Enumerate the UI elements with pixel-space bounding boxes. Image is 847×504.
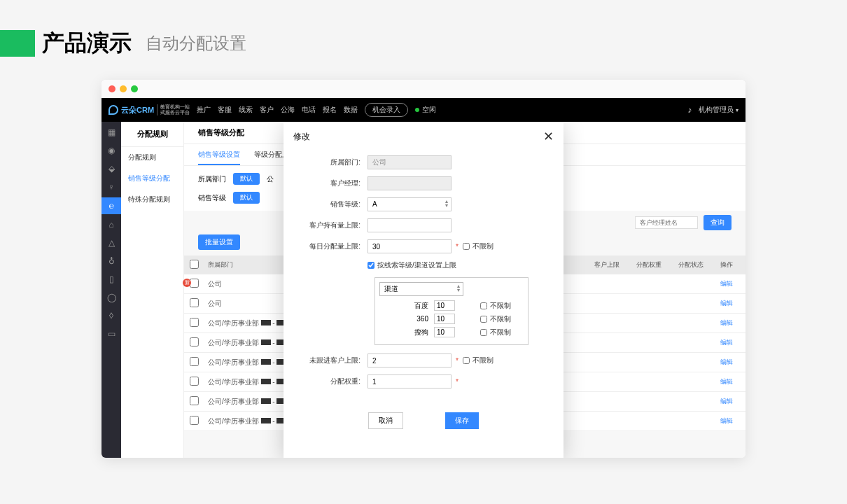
daily-nolimit[interactable]: 不限制 (463, 241, 493, 251)
nav-signup[interactable]: 报名 (323, 105, 337, 115)
save-button[interactable]: 保存 (445, 412, 479, 429)
channel-type-select[interactable]: 渠道▴▾ (379, 282, 463, 296)
content-title: 销售等级分配 (198, 127, 244, 144)
sidebar: 分配规则 分配规则 销售等级分配 特殊分配规则 (121, 122, 184, 458)
shield-icon[interactable]: ◉ (106, 146, 116, 155)
nav-promo[interactable]: 推广 (197, 105, 211, 115)
filter-level-pill[interactable]: 默认 (233, 192, 260, 204)
row-checkbox[interactable] (190, 357, 199, 366)
col-limit: 客户上限 (592, 255, 634, 274)
row-checkbox[interactable] (190, 337, 199, 346)
batch-button[interactable]: 批量设置 (198, 234, 240, 250)
subtab-level-setting[interactable]: 销售等级设置 (198, 150, 240, 165)
call-icon[interactable]: ◯ (106, 293, 116, 302)
user-menu[interactable]: 机构管理员 ▾ (699, 105, 738, 115)
cancel-button[interactable]: 取消 (368, 412, 403, 429)
icon-sidebar: ▦ ◉ ⬙ ♀ ℮ ⌂ △ ♁ ▯ ◯ ◊ ▭ (102, 122, 121, 458)
logo[interactable]: 云朵CRM 教育机构一站式服务云平台 (108, 104, 190, 115)
col-status: 分配状态 (676, 255, 718, 274)
dept-label: 所属部门: (304, 158, 368, 167)
edit-link[interactable]: 编辑 (720, 417, 733, 424)
daily-input[interactable] (368, 239, 451, 253)
hold-input[interactable] (368, 218, 451, 232)
settings-icon[interactable]: ℮ (102, 197, 121, 214)
edit-link[interactable]: 编辑 (720, 280, 733, 287)
channel-row: 360 不限制 (379, 314, 524, 324)
row-checkbox[interactable] (190, 298, 199, 307)
page-title: 产品演示 (42, 28, 132, 59)
row-checkbox[interactable] (190, 416, 199, 425)
tag-icon[interactable]: ◊ (106, 311, 116, 321)
unfollow-nolimit[interactable]: 不限制 (463, 356, 493, 365)
opportunity-entry-button[interactable]: 机会录入 (365, 103, 408, 117)
people-icon[interactable]: ♁ (106, 256, 116, 266)
notification-badge[interactable]: 新 (183, 279, 191, 287)
status-indicator[interactable]: 空闲 (415, 105, 436, 115)
page-subtitle: 自动分配设置 (146, 32, 246, 55)
channel-row: 搜狗 不限制 (379, 327, 524, 337)
edit-link[interactable]: 编辑 (720, 378, 733, 385)
doc-icon[interactable]: ▯ (106, 274, 116, 284)
channel-nolimit[interactable]: 不限制 (480, 301, 511, 311)
nav-pool[interactable]: 公海 (281, 105, 295, 115)
window-titlebar (102, 80, 746, 98)
chart-icon[interactable]: ⬙ (106, 164, 116, 174)
unfollow-input[interactable] (368, 354, 451, 368)
edit-link[interactable]: 编辑 (720, 300, 733, 307)
daily-label: 每日分配量上限: (304, 241, 368, 251)
channel-value-input[interactable] (434, 327, 455, 337)
channel-value-input[interactable] (434, 314, 455, 324)
main-area: ▦ ◉ ⬙ ♀ ℮ ⌂ △ ♁ ▯ ◯ ◊ ▭ 分配规则 分配规则 销售等级分配… (102, 122, 746, 458)
bell-icon[interactable]: ♪ (687, 105, 692, 115)
nav-leads[interactable]: 线索 (239, 105, 253, 115)
select-all-checkbox[interactable] (190, 260, 199, 269)
channel-name: 百度 (400, 301, 428, 311)
row-checkbox[interactable] (190, 377, 199, 386)
weight-input[interactable] (368, 374, 451, 388)
logo-icon (108, 105, 118, 115)
col-action: 操作 (718, 255, 746, 274)
close-icon[interactable]: ✕ (543, 129, 554, 144)
level-select[interactable]: A▴▾ (368, 197, 451, 211)
dashboard-icon[interactable]: ▦ (106, 127, 116, 137)
nav-data[interactable]: 数据 (344, 105, 358, 115)
page-header: 产品演示 自动分配设置 (0, 0, 847, 80)
sidebar-item-special[interactable]: 特殊分配规则 (121, 189, 183, 210)
maximize-dot[interactable] (131, 85, 138, 92)
channel-value-input[interactable] (434, 300, 455, 311)
topbar: 云朵CRM 教育机构一站式服务云平台 推广 客服 线索 客户 公海 电话 报名 … (102, 98, 746, 122)
edit-link[interactable]: 编辑 (720, 398, 733, 405)
channel-nolimit[interactable]: 不限制 (480, 328, 511, 337)
logo-text: 云朵CRM (121, 105, 154, 115)
row-checkbox[interactable] (190, 396, 199, 405)
nav-service[interactable]: 客服 (218, 105, 232, 115)
by-channel-checkbox[interactable]: 按线索等级/渠道设置上限 (368, 260, 456, 270)
user-icon[interactable]: ♀ (106, 182, 116, 192)
edit-link[interactable]: 编辑 (720, 339, 733, 346)
channel-nolimit[interactable]: 不限制 (480, 314, 511, 324)
nav-customer[interactable]: 客户 (260, 105, 274, 115)
sidebar-item-rules[interactable]: 分配规则 (121, 147, 183, 168)
search-input[interactable] (635, 216, 698, 229)
minimize-dot[interactable] (120, 85, 127, 92)
home-icon[interactable]: ⌂ (106, 220, 116, 230)
nav-phone[interactable]: 电话 (302, 105, 316, 115)
filter-dept-pill[interactable]: 默认 (233, 173, 260, 185)
logo-tagline: 教育机构一站式服务云平台 (157, 104, 190, 115)
manager-label: 客户经理: (304, 178, 368, 188)
modal-title: 修改 (293, 131, 310, 143)
search-button[interactable]: 查询 (704, 215, 732, 230)
sidebar-item-level[interactable]: 销售等级分配 (121, 168, 183, 189)
close-dot[interactable] (108, 85, 115, 92)
filter-dept-label: 所属部门 (198, 174, 226, 184)
hold-label: 客户持有量上限: (304, 220, 368, 230)
sidebar-title: 分配规则 (121, 122, 183, 147)
edit-link[interactable]: 编辑 (720, 358, 733, 365)
dept-input (368, 155, 451, 169)
edit-link[interactable]: 编辑 (720, 319, 733, 326)
warning-icon[interactable]: △ (106, 238, 116, 248)
card-icon[interactable]: ▭ (106, 329, 116, 339)
row-checkbox[interactable] (190, 318, 199, 327)
manager-input (368, 176, 451, 190)
channel-box: 渠道▴▾ 百度 不限制 360 不限制 搜狗 不限制 (374, 277, 528, 345)
